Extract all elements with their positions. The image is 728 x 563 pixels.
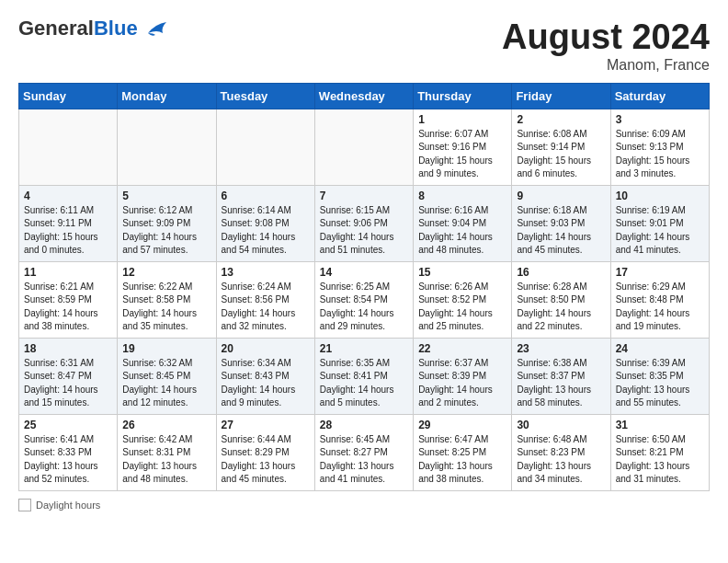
day-info: Sunrise: 6:25 AMSunset: 8:54 PMDaylight:… [320,281,408,334]
table-row: 6Sunrise: 6:14 AMSunset: 9:08 PMDaylight… [216,185,314,261]
day-info: Sunrise: 6:21 AMSunset: 8:59 PMDaylight:… [24,281,112,334]
calendar-week-row: 11Sunrise: 6:21 AMSunset: 8:59 PMDayligh… [19,261,710,338]
day-number: 18 [24,342,112,355]
day-info: Sunrise: 6:35 AMSunset: 8:41 PMDaylight:… [320,357,408,410]
table-row: 13Sunrise: 6:24 AMSunset: 8:56 PMDayligh… [216,261,314,338]
table-row: 4Sunrise: 6:11 AMSunset: 9:11 PMDaylight… [19,185,118,261]
table-row: 24Sunrise: 6:39 AMSunset: 8:35 PMDayligh… [610,338,709,414]
day-number: 24 [616,342,704,355]
day-number: 16 [517,266,605,279]
day-info: Sunrise: 6:19 AMSunset: 9:01 PMDaylight:… [616,204,704,258]
table-row: 8Sunrise: 6:16 AMSunset: 9:04 PMDaylight… [414,185,512,261]
day-number: 2 [517,113,605,126]
day-number: 26 [122,419,210,431]
day-number: 22 [418,342,506,355]
day-info: Sunrise: 6:26 AMSunset: 8:52 PMDaylight:… [418,281,506,334]
table-row [118,109,216,185]
logo-general: General [18,17,94,40]
calendar-week-row: 25Sunrise: 6:41 AMSunset: 8:33 PMDayligh… [19,414,710,490]
day-info: Sunrise: 6:39 AMSunset: 8:35 PMDaylight:… [616,357,704,410]
day-info: Sunrise: 6:12 AMSunset: 9:09 PMDaylight:… [122,204,210,258]
calendar-header-row: Sunday Monday Tuesday Wednesday Thursday… [19,83,710,109]
table-row: 31Sunrise: 6:50 AMSunset: 8:21 PMDayligh… [610,414,709,490]
col-saturday: Saturday [610,83,709,109]
page-header: GeneralBlue August 2024 Manom, France [18,18,710,74]
table-row: 18Sunrise: 6:31 AMSunset: 8:47 PMDayligh… [19,338,118,414]
day-info: Sunrise: 6:29 AMSunset: 8:48 PMDaylight:… [616,281,704,334]
table-row [19,109,118,185]
day-info: Sunrise: 6:15 AMSunset: 9:06 PMDaylight:… [320,204,408,258]
day-info: Sunrise: 6:18 AMSunset: 9:03 PMDaylight:… [517,204,605,258]
table-row: 5Sunrise: 6:12 AMSunset: 9:09 PMDaylight… [118,185,216,261]
day-info: Sunrise: 6:28 AMSunset: 8:50 PMDaylight:… [517,281,605,334]
table-row: 21Sunrise: 6:35 AMSunset: 8:41 PMDayligh… [314,338,413,414]
title-block: August 2024 Manom, France [502,18,710,74]
day-info: Sunrise: 6:41 AMSunset: 8:33 PMDaylight:… [24,433,112,487]
day-info: Sunrise: 6:44 AMSunset: 8:29 PMDaylight:… [222,433,310,487]
col-wednesday: Wednesday [314,83,413,109]
table-row: 17Sunrise: 6:29 AMSunset: 8:48 PMDayligh… [610,261,709,338]
table-row: 27Sunrise: 6:44 AMSunset: 8:29 PMDayligh… [216,414,314,490]
day-number: 9 [517,190,605,202]
day-number: 10 [616,190,704,202]
day-info: Sunrise: 6:31 AMSunset: 8:47 PMDaylight:… [24,357,112,410]
day-number: 23 [517,342,605,355]
calendar-week-row: 18Sunrise: 6:31 AMSunset: 8:47 PMDayligh… [19,338,710,414]
footer: Daylight hours [18,499,710,511]
day-number: 21 [320,342,408,355]
table-row: 23Sunrise: 6:38 AMSunset: 8:37 PMDayligh… [512,338,610,414]
table-row: 14Sunrise: 6:25 AMSunset: 8:54 PMDayligh… [314,261,413,338]
day-number: 1 [418,113,506,126]
day-number: 5 [122,190,210,202]
day-number: 30 [517,419,605,431]
day-info: Sunrise: 6:45 AMSunset: 8:27 PMDaylight:… [320,433,408,487]
table-row [314,109,413,185]
day-number: 13 [222,266,310,279]
day-number: 20 [222,342,310,355]
col-monday: Monday [118,83,216,109]
logo-bird-icon [142,18,168,39]
day-number: 29 [418,419,506,431]
day-number: 27 [222,419,310,431]
table-row: 1Sunrise: 6:07 AMSunset: 9:16 PMDaylight… [414,109,512,185]
day-info: Sunrise: 6:24 AMSunset: 8:56 PMDaylight:… [222,281,310,334]
day-info: Sunrise: 6:34 AMSunset: 8:43 PMDaylight:… [222,357,310,410]
day-number: 8 [418,190,506,202]
table-row: 28Sunrise: 6:45 AMSunset: 8:27 PMDayligh… [314,414,413,490]
logo-blue: Blue [94,17,138,40]
day-number: 12 [122,266,210,279]
calendar-table: Sunday Monday Tuesday Wednesday Thursday… [18,83,710,491]
daylight-legend: Daylight hours [18,499,100,511]
day-number: 3 [616,113,704,126]
day-info: Sunrise: 6:08 AMSunset: 9:14 PMDaylight:… [517,128,605,181]
table-row: 12Sunrise: 6:22 AMSunset: 8:58 PMDayligh… [118,261,216,338]
day-info: Sunrise: 6:22 AMSunset: 8:58 PMDaylight:… [122,281,210,334]
table-row: 22Sunrise: 6:37 AMSunset: 8:39 PMDayligh… [414,338,512,414]
table-row [216,109,314,185]
location: Manom, France [502,57,710,74]
table-row: 3Sunrise: 6:09 AMSunset: 9:13 PMDaylight… [610,109,709,185]
day-number: 11 [24,266,112,279]
col-tuesday: Tuesday [216,83,314,109]
table-row: 16Sunrise: 6:28 AMSunset: 8:50 PMDayligh… [512,261,610,338]
daylight-label: Daylight hours [36,500,100,511]
month-title: August 2024 [502,18,710,57]
col-sunday: Sunday [19,83,118,109]
day-info: Sunrise: 6:47 AMSunset: 8:25 PMDaylight:… [418,433,506,487]
day-number: 17 [616,266,704,279]
table-row: 29Sunrise: 6:47 AMSunset: 8:25 PMDayligh… [414,414,512,490]
day-info: Sunrise: 6:32 AMSunset: 8:45 PMDaylight:… [122,357,210,410]
day-number: 28 [320,419,408,431]
day-info: Sunrise: 6:42 AMSunset: 8:31 PMDaylight:… [122,433,210,487]
table-row: 20Sunrise: 6:34 AMSunset: 8:43 PMDayligh… [216,338,314,414]
day-number: 25 [24,419,112,431]
day-number: 14 [320,266,408,279]
day-number: 4 [24,190,112,202]
day-info: Sunrise: 6:37 AMSunset: 8:39 PMDaylight:… [418,357,506,410]
table-row: 7Sunrise: 6:15 AMSunset: 9:06 PMDaylight… [314,185,413,261]
daylight-box [18,499,31,511]
table-row: 9Sunrise: 6:18 AMSunset: 9:03 PMDaylight… [512,185,610,261]
table-row: 25Sunrise: 6:41 AMSunset: 8:33 PMDayligh… [19,414,118,490]
table-row: 30Sunrise: 6:48 AMSunset: 8:23 PMDayligh… [512,414,610,490]
day-info: Sunrise: 6:11 AMSunset: 9:11 PMDaylight:… [24,204,112,258]
